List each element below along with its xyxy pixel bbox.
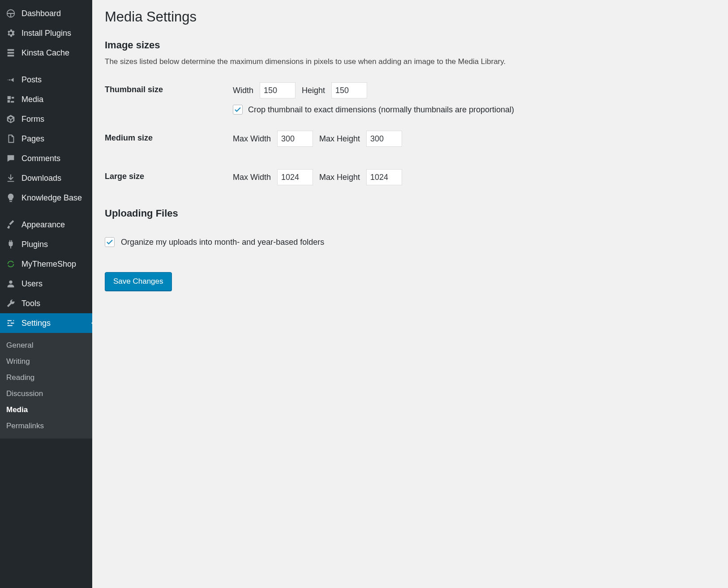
section-description: The sizes listed below determine the max… <box>105 57 715 66</box>
sidebar-item-label: Settings <box>21 319 51 328</box>
brush-icon <box>5 219 16 230</box>
sidebar-item-label: Posts <box>21 75 42 85</box>
max-height-label: Max Height <box>319 134 360 144</box>
sidebar-item-label: Install Plugins <box>21 29 71 38</box>
medium-label: Medium size <box>105 131 233 143</box>
thumbnail-label: Thumbnail size <box>105 82 233 94</box>
max-width-label: Max Width <box>233 173 271 182</box>
sidebar-item-label: Users <box>21 279 43 289</box>
sidebar-item-pages[interactable]: Pages <box>0 129 92 149</box>
sidebar-group-top: Dashboard Install Plugins Kinsta Cache <box>0 0 92 66</box>
thumbnail-row: Thumbnail size Width Height Crop thumbna… <box>105 82 715 115</box>
pin-icon <box>5 74 16 85</box>
media-icon <box>5 94 16 105</box>
forms-icon <box>5 114 16 124</box>
wrench-icon <box>5 298 16 309</box>
sidebar-item-label: Comments <box>21 154 60 163</box>
sidebar-item-downloads[interactable]: Downloads <box>0 168 92 188</box>
section-heading-uploading: Uploading Files <box>105 208 715 219</box>
submenu-item-discussion[interactable]: Discussion <box>0 386 92 402</box>
sidebar-item-label: Downloads <box>21 174 61 183</box>
medium-width-input[interactable] <box>277 131 313 147</box>
section-heading-image-sizes: Image sizes <box>105 39 715 51</box>
sidebar-item-plugins[interactable]: Plugins <box>0 234 92 254</box>
sidebar-item-forms[interactable]: Forms <box>0 109 92 129</box>
sidebar-item-posts[interactable]: Posts <box>0 70 92 89</box>
sidebar-item-users[interactable]: Users <box>0 274 92 294</box>
sidebar-item-tools[interactable]: Tools <box>0 294 92 313</box>
sidebar-item-comments[interactable]: Comments <box>0 149 92 168</box>
sidebar-item-label: Forms <box>21 115 44 124</box>
refresh-icon <box>5 259 16 269</box>
organize-checkbox[interactable] <box>105 237 115 247</box>
large-height-input[interactable] <box>366 169 402 185</box>
page-title: Media Settings <box>105 9 715 25</box>
sidebar-item-label: Media <box>21 95 43 104</box>
sidebar-item-label: Kinsta Cache <box>21 48 69 58</box>
submenu-item-writing[interactable]: Writing <box>0 354 92 370</box>
plug-icon <box>5 239 16 250</box>
width-label: Width <box>233 86 253 95</box>
large-row: Large size Max Width Max Height <box>105 169 715 192</box>
server-icon <box>5 47 16 58</box>
sidebar-group-admin: Appearance Plugins MyThemeShop Users Too… <box>0 211 92 442</box>
main-content: Media Settings Image sizes The sizes lis… <box>92 0 728 588</box>
submenu-item-permalinks[interactable]: Permalinks <box>0 418 92 434</box>
thumbnail-height-input[interactable] <box>331 82 367 98</box>
sidebar-item-kinsta-cache[interactable]: Kinsta Cache <box>0 43 92 63</box>
lightbulb-icon <box>5 192 16 203</box>
sidebar-item-appearance[interactable]: Appearance <box>0 215 92 234</box>
crop-checkbox[interactable] <box>233 105 243 115</box>
sliders-icon <box>5 318 16 328</box>
crop-label: Crop thumbnail to exact dimensions (norm… <box>248 105 514 115</box>
organize-label: Organize my uploads into month- and year… <box>121 238 324 247</box>
settings-submenu: General Writing Reading Discussion Media… <box>0 333 92 439</box>
save-button[interactable]: Save Changes <box>105 272 172 291</box>
organize-row: Organize my uploads into month- and year… <box>105 237 715 247</box>
user-icon <box>5 278 16 289</box>
comments-icon <box>5 153 16 164</box>
sidebar-group-content: Posts Media Forms Pages Comments Downloa… <box>0 66 92 211</box>
sidebar-item-label: Plugins <box>21 240 48 249</box>
sidebar-item-install-plugins[interactable]: Install Plugins <box>0 23 92 43</box>
medium-row: Medium size Max Width Max Height <box>105 131 715 153</box>
large-width-input[interactable] <box>277 169 313 185</box>
admin-sidebar: Dashboard Install Plugins Kinsta Cache P… <box>0 0 92 588</box>
submenu-item-media[interactable]: Media <box>0 402 92 418</box>
thumbnail-width-input[interactable] <box>260 82 295 98</box>
height-label: Height <box>302 86 325 95</box>
sidebar-item-label: Knowledge Base <box>21 193 82 203</box>
sidebar-item-settings[interactable]: Settings <box>0 313 92 333</box>
submenu-item-reading[interactable]: Reading <box>0 370 92 386</box>
dashboard-icon <box>5 8 16 19</box>
download-icon <box>5 173 16 183</box>
submenu-item-general[interactable]: General <box>0 337 92 354</box>
sidebar-item-label: Pages <box>21 134 44 144</box>
sidebar-item-label: Dashboard <box>21 9 61 18</box>
sidebar-item-dashboard[interactable]: Dashboard <box>0 4 92 23</box>
medium-height-input[interactable] <box>366 131 402 147</box>
gear-icon <box>5 28 16 38</box>
max-width-label: Max Width <box>233 134 271 144</box>
sidebar-item-label: Tools <box>21 299 40 308</box>
sidebar-item-label: Appearance <box>21 220 65 230</box>
pages-icon <box>5 133 16 144</box>
max-height-label: Max Height <box>319 173 360 182</box>
sidebar-item-mythemeshop[interactable]: MyThemeShop <box>0 254 92 274</box>
large-label: Large size <box>105 169 233 181</box>
sidebar-item-media[interactable]: Media <box>0 89 92 109</box>
sidebar-item-knowledge-base[interactable]: Knowledge Base <box>0 188 92 208</box>
sidebar-item-label: MyThemeShop <box>21 260 76 269</box>
